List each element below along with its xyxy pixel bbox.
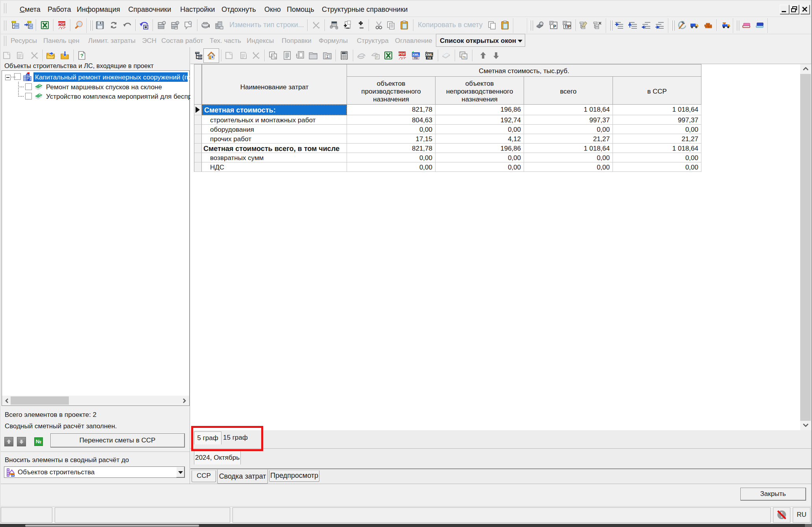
svg-text:Σ: Σ (327, 55, 329, 59)
svg-text:ПР: ПР (565, 24, 571, 29)
svg-text:%: % (463, 55, 466, 59)
svg-text:F: F (376, 55, 378, 59)
svg-text:PDF: PDF (58, 22, 66, 26)
svg-text:?: ? (80, 53, 83, 59)
svg-text:Р: Р (553, 24, 556, 29)
svg-text:XML: XML (426, 53, 434, 57)
svg-text:XML: XML (412, 53, 420, 57)
svg-text:PDF: PDF (399, 52, 406, 56)
svg-text:ПЗ: ПЗ (414, 57, 418, 59)
svg-text:ПЗ: ПЗ (427, 57, 431, 59)
